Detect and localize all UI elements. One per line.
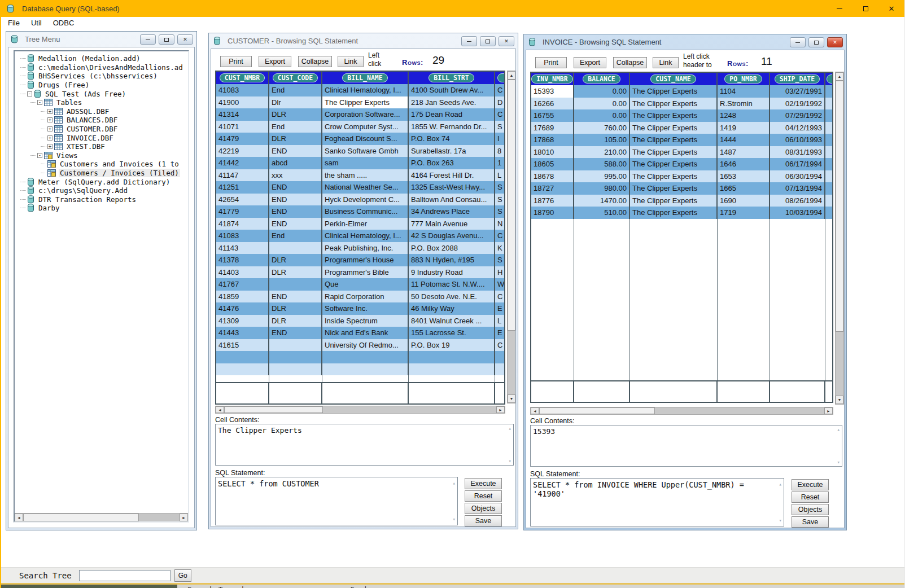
grid-cell[interactable]: D — [495, 96, 504, 109]
grid-cell[interactable]: 8 — [495, 145, 504, 157]
scroll-down-icon[interactable]: ▾ — [453, 515, 456, 524]
grid-cell[interactable]: DLR — [269, 108, 322, 121]
grid-cell[interactable]: 41309 — [216, 315, 269, 327]
grid-cell[interactable]: 588.00 — [574, 158, 630, 170]
tree-item[interactable]: -SQL Test (Ads Free) — [15, 89, 188, 98]
grid-cell[interactable]: 41378 — [216, 254, 269, 266]
grid-cell[interactable]: Inside Spectrum — [322, 315, 409, 327]
go-button[interactable]: Go — [174, 569, 191, 582]
tree-item-label[interactable]: Darby — [37, 204, 61, 212]
collapse-icon[interactable]: - — [27, 91, 32, 96]
grid-cell[interactable]: 1 — [495, 157, 504, 169]
grid-cell[interactable]: 41476 — [216, 302, 269, 315]
maximize-button[interactable] — [159, 34, 174, 45]
minimize-button[interactable] — [790, 37, 806, 47]
grid-cell[interactable]: End — [269, 121, 322, 133]
grid-cell[interactable] — [825, 195, 832, 207]
grid-cell[interactable]: 9 Industry Road — [409, 266, 495, 279]
grid-cell[interactable] — [409, 351, 495, 363]
link-button[interactable]: Link — [653, 57, 679, 68]
tree-item[interactable]: DTR Transaction Reports — [15, 195, 188, 204]
tree-item-label[interactable]: INVOICE.DBF — [65, 134, 115, 142]
grid-cell[interactable]: END — [269, 327, 322, 339]
grid-cell[interactable] — [322, 351, 409, 363]
column-header-CUST_CODE[interactable]: CUST_CODE — [269, 72, 322, 84]
scrollbar-thumb[interactable] — [224, 406, 323, 413]
tree-item-label[interactable]: Tables — [55, 98, 83, 107]
grid-cell[interactable]: 1487 — [718, 146, 770, 159]
grid-cell[interactable]: 06/10/1993 — [770, 134, 825, 146]
grid-empty-cell[interactable] — [630, 381, 718, 402]
grid-cell[interactable]: 218 Jan Seeds Ave. — [409, 96, 495, 109]
grid-cell[interactable]: 03/27/1991 — [770, 85, 825, 98]
print-button[interactable]: Print — [535, 57, 567, 68]
grid-cell[interactable]: 1646 — [718, 158, 770, 170]
grid-cell[interactable]: 06/30/1994 — [770, 170, 825, 183]
scroll-down-icon[interactable]: ▼ — [508, 394, 515, 403]
grid-cell[interactable]: 18678 — [531, 170, 574, 183]
save-button[interactable]: Save — [465, 515, 502, 526]
grid-cell[interactable]: The Clipper Experts — [630, 98, 718, 110]
grid-cell[interactable]: 105.00 — [574, 134, 630, 146]
grid-cell[interactable]: The Clipper Experts — [630, 182, 718, 195]
menu-odbc[interactable]: ODBC — [47, 19, 80, 27]
tree-item-label[interactable]: c:\medalion\DrivesAndMedallions.ad — [37, 63, 184, 72]
grid-cell[interactable] — [825, 85, 832, 98]
close-button[interactable]: ✕ — [177, 34, 193, 45]
maximize-button[interactable] — [808, 37, 824, 47]
tree-item[interactable]: -Tables — [15, 98, 188, 107]
tree-item-label[interactable]: SQL Test (Ads Free) — [44, 90, 127, 98]
grid-cell[interactable]: END — [269, 291, 322, 303]
grid-cell[interactable]: 41615 — [216, 339, 269, 352]
grid-cell[interactable]: E — [495, 327, 504, 339]
grid-cell[interactable] — [825, 207, 832, 219]
maximize-button[interactable] — [480, 36, 496, 46]
tree-item-label[interactable]: c:\drugs\SqlQuery.Add — [37, 186, 129, 195]
grid-cell[interactable]: 08/31/1993 — [770, 146, 825, 159]
grid-cell[interactable]: 0.00 — [574, 109, 630, 122]
column-header-CUST_NAME[interactable]: CUST_NAME — [630, 73, 718, 85]
grid-cell[interactable] — [825, 182, 832, 195]
grid-cell[interactable]: 16755 — [531, 109, 574, 122]
grid-cell[interactable]: 1419 — [718, 122, 770, 134]
grid-cell[interactable]: L — [495, 169, 504, 182]
tree-item-label[interactable]: BHSServices (c:\bhsservices) — [37, 72, 159, 80]
cell-contents-box[interactable]: The Clipper Experts ▴ ▾ — [215, 424, 514, 466]
grid-cell[interactable]: abcd — [269, 157, 322, 169]
grid-cell[interactable]: 1665 — [718, 182, 770, 195]
grid-cell[interactable] — [269, 363, 322, 376]
reset-button[interactable]: Reset — [465, 490, 502, 502]
expand-icon[interactable]: + — [47, 126, 53, 131]
grid-cell[interactable]: 41251 — [216, 181, 269, 194]
grid-empty-cell[interactable] — [718, 381, 770, 402]
collapse-icon[interactable]: - — [37, 100, 42, 105]
tree-item[interactable]: +CUSTOMER.DBF — [15, 125, 188, 134]
horizontal-scrollbar[interactable]: ◄ ► — [530, 407, 833, 415]
grid-cell[interactable]: 41147 — [216, 169, 269, 182]
grid-cell[interactable] — [269, 242, 322, 254]
grid-cell[interactable]: Rapid Corporation — [322, 291, 409, 303]
grid-cell[interactable]: Hyck Development C... — [322, 194, 409, 206]
grid-cell[interactable]: 46 Milky Way — [409, 302, 495, 315]
grid-cell[interactable]: 980.00 — [574, 182, 630, 195]
grid-cell[interactable]: W — [495, 278, 504, 291]
expand-icon[interactable]: + — [47, 144, 53, 149]
tree-item-label[interactable]: ADSSQL.DBF — [65, 107, 110, 116]
objects-button[interactable]: Objects — [792, 504, 829, 515]
grid-cell[interactable]: P.O. Box 19 — [409, 339, 495, 352]
grid-cell[interactable]: 155 Lacrosse St. — [409, 327, 495, 339]
tree-item-label[interactable]: XTEST.DBF — [65, 142, 106, 151]
grid-empty-cell[interactable] — [495, 383, 504, 403]
grid-cell[interactable]: 10/03/1994 — [770, 207, 825, 219]
grid-cell[interactable]: C — [495, 291, 504, 303]
grid-cell[interactable]: The Clipper Experts — [630, 158, 718, 170]
grid-cell[interactable] — [825, 98, 832, 110]
grid-empty-cell[interactable] — [322, 383, 409, 403]
grid-cell[interactable]: 510.00 — [574, 207, 630, 219]
grid-cell[interactable]: S — [495, 254, 504, 266]
grid-cell[interactable]: Corporation Software... — [322, 108, 409, 121]
tree-item-label[interactable]: Medallion (Medalion.add) — [37, 54, 142, 63]
tree-item-label[interactable]: Meter (SqlQuery.add Dictionary) — [37, 178, 171, 186]
cell-contents-box[interactable]: 15393 ▴ ▾ — [530, 425, 842, 467]
tree-window-titlebar[interactable]: Tree Menu ✕ — [6, 32, 196, 47]
